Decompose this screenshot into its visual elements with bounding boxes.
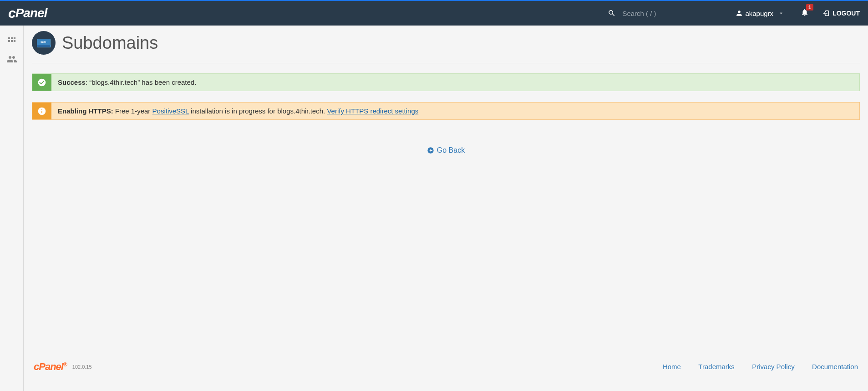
footer-home-link[interactable]: Home	[663, 363, 681, 370]
search-input[interactable]	[622, 10, 681, 17]
go-back-link[interactable]: Go Back	[427, 146, 465, 154]
page-icon-text: sub.	[41, 41, 47, 44]
grid-icon	[6, 36, 17, 46]
go-back-label: Go Back	[437, 146, 465, 154]
notifications-button[interactable]: 1	[801, 8, 809, 18]
info-label: Enabling HTTPS:	[58, 107, 113, 115]
username-label: akapugrx	[745, 10, 773, 17]
main-content: sub. Subdomains Success: “blogs.4thir.te…	[24, 26, 868, 391]
footer-privacy-link[interactable]: Privacy Policy	[752, 363, 794, 370]
check-circle-icon	[32, 74, 51, 91]
cpanel-logo[interactable]: cPanel	[8, 5, 47, 21]
sidebar	[0, 26, 24, 391]
arrow-left-circle-icon	[427, 147, 434, 154]
info-alert: Enabling HTTPS: Free 1-year PositiveSSL …	[32, 102, 860, 120]
sidebar-users-icon[interactable]	[0, 50, 24, 68]
notification-badge: 1	[806, 4, 813, 10]
page-title: Subdomains	[62, 33, 158, 53]
user-menu[interactable]: akapugrx	[736, 10, 787, 17]
logout-button[interactable]: LOGOUT	[822, 10, 860, 17]
footer: cPanel® 102.0.15 Home Trademarks Privacy…	[24, 347, 868, 373]
page-header: sub. Subdomains	[32, 26, 860, 63]
footer-trademarks-link[interactable]: Trademarks	[698, 363, 734, 370]
users-icon	[6, 54, 17, 65]
search-icon[interactable]	[608, 9, 616, 17]
verify-https-link[interactable]: Verify HTTPS redirect settings	[327, 107, 418, 115]
logout-label: LOGOUT	[832, 10, 860, 17]
top-nav: cPanel akapugrx 1 LOGOUT	[0, 0, 868, 26]
info-text-mid: installation is in progress for blogs.4t…	[189, 107, 327, 115]
success-label: Success	[58, 78, 86, 86]
go-back-wrap: Go Back	[32, 146, 860, 156]
success-alert: Success: “blogs.4thir.tech” has been cre…	[32, 73, 860, 91]
info-text-pre: Free 1-year	[113, 107, 152, 115]
user-icon	[736, 10, 742, 16]
success-separator: :	[86, 78, 89, 86]
footer-logo: cPanel®	[34, 361, 67, 373]
sidebar-apps-icon[interactable]	[0, 32, 24, 50]
logout-icon	[822, 10, 830, 17]
search-wrap	[608, 9, 681, 17]
footer-docs-link[interactable]: Documentation	[812, 363, 858, 370]
page-icon: sub.	[32, 31, 56, 55]
caret-down-icon	[778, 10, 784, 16]
info-circle-icon	[32, 103, 51, 119]
footer-version: 102.0.15	[72, 364, 92, 370]
success-message: “blogs.4thir.tech” has been created.	[89, 78, 196, 86]
positivessl-link[interactable]: PositiveSSL	[152, 107, 189, 115]
